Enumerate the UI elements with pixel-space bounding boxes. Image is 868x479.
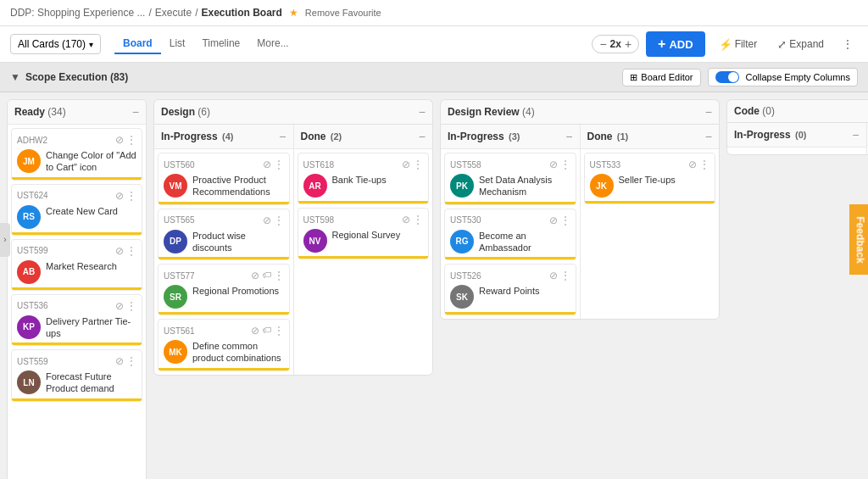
col-collapse[interactable]: − <box>565 130 572 143</box>
card-block-icon[interactable]: ⊘ <box>115 134 124 146</box>
filter-button[interactable]: ⚡ Filter <box>712 35 765 54</box>
card-menu-icon[interactable]: ⋮ <box>126 245 136 257</box>
tab-timeline[interactable]: Timeline <box>193 34 248 54</box>
card-menu-icon[interactable]: ⋮ <box>699 159 709 170</box>
card-block-icon[interactable]: ⊘ <box>115 355 124 367</box>
toggle-switch[interactable] <box>715 71 739 83</box>
zoom-in-button[interactable]: + <box>625 38 632 50</box>
card-actions: ⊘ ⋮ <box>549 159 570 170</box>
tab-list[interactable]: List <box>161 34 194 54</box>
card-menu-icon[interactable]: ⋮ <box>560 214 570 226</box>
card-ust565[interactable]: UST565 ⊘ ⋮ DP Product wise discounts <box>158 209 290 261</box>
card-ust560[interactable]: UST560 ⊘ ⋮ VM Proactive Product Recommen… <box>158 153 290 205</box>
card-text: Become an Ambassador <box>479 230 570 254</box>
card-menu-icon[interactable]: ⋮ <box>274 325 284 337</box>
card-menu-icon[interactable]: ⋮ <box>560 159 570 170</box>
zoom-out-button[interactable]: − <box>599 38 606 50</box>
card-ust558[interactable]: UST558 ⊘ ⋮ PK Set Data Analysis Mechanis… <box>444 153 576 205</box>
breadcrumb-board: Execution Board <box>201 7 281 19</box>
card-ust599[interactable]: UST599 ⊘ ⋮ AB Market Research <box>11 239 142 291</box>
card-menu-icon[interactable]: ⋮ <box>126 355 136 367</box>
card-ust559[interactable]: UST559 ⊘ ⋮ LN Forecast Future Product de… <box>11 349 142 402</box>
card-status-bar <box>159 257 289 259</box>
card-menu-icon[interactable]: ⋮ <box>274 159 284 170</box>
card-block-icon[interactable]: ⊘ <box>115 190 124 202</box>
avatar: KP <box>17 315 41 339</box>
star-icon[interactable]: ★ <box>289 7 298 19</box>
card-text: Seller Tie-ups <box>619 174 676 186</box>
card-actions: ⊘ ⋮ <box>549 270 570 281</box>
card-block-icon[interactable]: ⊘ <box>115 300 124 312</box>
section-toggle[interactable]: ▼ <box>10 71 20 83</box>
card-id: ADHW2 <box>17 136 47 145</box>
code-inprogress-header: In-Progress (0) − <box>727 123 866 148</box>
card-menu-icon[interactable]: ⋮ <box>413 159 423 170</box>
remove-favourite-button[interactable]: Remove Favourite <box>305 8 381 18</box>
card-tag-icon[interactable]: 🏷 <box>262 325 271 337</box>
card-menu-icon[interactable]: ⋮ <box>126 190 136 202</box>
design-review-group-collapse[interactable]: − <box>705 105 712 119</box>
design-group-collapse[interactable]: − <box>419 105 426 119</box>
card-menu-icon[interactable]: ⋮ <box>126 134 136 146</box>
avatar: PK <box>450 174 474 198</box>
card-block-icon[interactable]: ⊘ <box>549 270 558 281</box>
breadcrumb: DDP: Shopping Experience ... / Execute /… <box>0 0 868 26</box>
ready-collapse-button[interactable]: − <box>132 105 139 119</box>
add-button[interactable]: + ADD <box>646 31 705 57</box>
card-ust577[interactable]: UST577 ⊘ 🏷 ⋮ SR Regional Promotions <box>158 264 290 315</box>
card-ust530[interactable]: UST530 ⊘ ⋮ RG Become an Ambassador <box>444 209 576 261</box>
card-ust526[interactable]: UST526 ⊘ ⋮ SK Reward Points <box>444 264 576 315</box>
tab-more[interactable]: More... <box>248 34 297 54</box>
breadcrumb-execute[interactable]: Execute <box>155 7 192 19</box>
all-cards-label: All Cards (170) <box>18 38 86 50</box>
card-block-icon[interactable]: ⊘ <box>263 214 271 226</box>
card-block-icon[interactable]: ⊘ <box>115 245 124 257</box>
card-text: Bank Tie-ups <box>332 174 387 186</box>
card-id: UST599 <box>17 246 48 255</box>
all-cards-button[interactable]: All Cards (170) ▾ <box>10 34 101 54</box>
card-actions: ⊘ ⋮ <box>263 214 284 226</box>
card-actions: ⊘ ⋮ <box>549 214 570 226</box>
card-block-icon[interactable]: ⊘ <box>688 159 697 170</box>
col-collapse[interactable]: − <box>279 130 286 143</box>
card-menu-icon[interactable]: ⋮ <box>413 214 423 226</box>
card-block-icon[interactable]: ⊘ <box>402 159 410 170</box>
card-actions: ⊘ ⋮ <box>402 214 423 226</box>
card-status-bar <box>159 202 289 204</box>
ready-column-header: Ready (34) − <box>8 100 146 125</box>
card-ust618[interactable]: UST618 ⊘ ⋮ AR Bank Tie-ups <box>298 153 430 204</box>
more-button[interactable]: ⋮ <box>837 35 858 53</box>
card-menu-icon[interactable]: ⋮ <box>274 270 284 281</box>
left-nav-arrow[interactable]: › <box>0 223 10 257</box>
card-ust624[interactable]: UST624 ⊘ ⋮ RS Create New Card <box>11 184 142 236</box>
breadcrumb-ddp[interactable]: DDP: Shopping Experience ... <box>10 7 145 19</box>
col-title: Done (1) <box>587 131 702 142</box>
col-collapse[interactable]: − <box>705 130 712 143</box>
card-adhw2[interactable]: ADHW2 ⊘ ⋮ JM Change Color of "Add to Car… <box>11 128 142 181</box>
feedback-tab[interactable]: Feedback <box>849 204 868 275</box>
card-id: UST536 <box>17 301 48 310</box>
col-collapse[interactable]: − <box>419 130 426 143</box>
card-block-icon[interactable]: ⊘ <box>549 214 558 226</box>
card-block-icon[interactable]: ⊘ <box>251 325 259 337</box>
card-tag-icon[interactable]: 🏷 <box>262 270 271 281</box>
card-ust561[interactable]: UST561 ⊘ 🏷 ⋮ MK Define common product co… <box>158 319 290 371</box>
card-menu-icon[interactable]: ⋮ <box>274 214 284 226</box>
design-done-col: Done (2) − UST618 ⊘ ⋮ <box>294 125 433 375</box>
card-menu-icon[interactable]: ⋮ <box>126 300 136 312</box>
col-collapse[interactable]: − <box>852 128 859 142</box>
dr-done-body: UST533 ⊘ ⋮ JK Seller Tie-ups <box>581 149 720 319</box>
tab-board[interactable]: Board <box>114 34 161 54</box>
card-block-icon[interactable]: ⊘ <box>402 214 410 226</box>
card-block-icon[interactable]: ⊘ <box>251 270 259 281</box>
board-editor-button[interactable]: ⊞ Board Editor <box>622 69 700 86</box>
avatar: NV <box>303 229 327 253</box>
card-ust598[interactable]: UST598 ⊘ ⋮ NV Regional Survey <box>298 208 430 259</box>
card-ust536[interactable]: UST536 ⊘ ⋮ KP Delivery Partner Tie-ups <box>11 294 142 347</box>
card-block-icon[interactable]: ⊘ <box>263 159 271 170</box>
card-ust533[interactable]: UST533 ⊘ ⋮ JK Seller Tie-ups <box>584 153 716 204</box>
card-menu-icon[interactable]: ⋮ <box>560 270 570 281</box>
expand-button[interactable]: ⤢ Expand <box>771 35 831 54</box>
card-block-icon[interactable]: ⊘ <box>549 159 558 170</box>
collapse-empty-button[interactable]: Collapse Empty Columns <box>708 68 859 86</box>
